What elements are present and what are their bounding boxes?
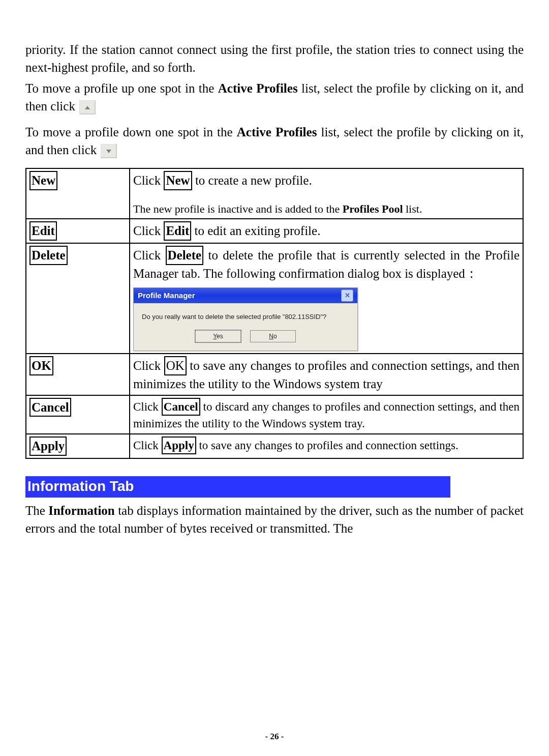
label-cancel: Cancel	[29, 398, 71, 417]
label-new: New	[29, 171, 57, 190]
section-body: The Information tab displays information…	[25, 502, 524, 537]
close-icon[interactable]: ✕	[341, 289, 353, 302]
svg-marker-1	[106, 150, 111, 153]
dialog-yes-button[interactable]: Yes	[195, 330, 241, 342]
dialog-titlebar: Profile Manager ✕	[134, 288, 357, 303]
label-delete: Delete	[29, 246, 68, 265]
label-ok: OK	[29, 356, 53, 375]
table-row: Delete Click Delete to delete the profil…	[26, 243, 523, 354]
move-down-icon[interactable]	[101, 144, 117, 158]
desc-edit: Click Edit to edit an exiting profile.	[130, 219, 523, 243]
svg-marker-0	[85, 106, 90, 109]
desc-apply: Click Apply to save any changes to profi…	[130, 434, 523, 458]
dialog-message: Do you really want to delete the selecte…	[142, 312, 349, 322]
section-heading: Information Tab	[25, 476, 450, 498]
table-row: New Click New to create a new profile. T…	[26, 168, 523, 219]
intro-text: priority. If the station cannot connect …	[25, 41, 524, 159]
label-edit: Edit	[29, 221, 57, 241]
desc-delete: Click Delete to delete the profile that …	[133, 246, 520, 282]
intro-p1: priority. If the station cannot connect …	[25, 41, 524, 76]
move-up-icon[interactable]	[79, 100, 96, 114]
table-row: Apply Click Apply to save any changes to…	[26, 434, 523, 458]
table-row: Cancel Click Cancel to discard any chang…	[26, 395, 523, 434]
buttons-table: New Click New to create a new profile. T…	[25, 168, 524, 459]
dialog-no-button[interactable]: No	[250, 330, 296, 342]
intro-p2: To move a profile up one spot in the Act…	[25, 79, 524, 115]
table-row: OK Click OK to save any changes to profi…	[26, 354, 523, 395]
desc-new: Click New to create a new profile.	[133, 171, 520, 190]
table-row: Edit Click Edit to edit an exiting profi…	[26, 219, 523, 243]
confirm-dialog: Profile Manager ✕ Do you really want to …	[133, 287, 358, 352]
desc-cancel: Click Cancel to discard any changes to p…	[130, 395, 523, 434]
dialog-title-text: Profile Manager	[138, 290, 195, 301]
intro-p3: To move a profile down one spot in the A…	[25, 123, 524, 159]
page-number: - 26 -	[0, 732, 549, 742]
desc-ok: Click OK to save any changes to profiles…	[130, 354, 523, 395]
note-new: The new profile is inactive and is added…	[133, 201, 520, 217]
label-apply: Apply	[29, 437, 67, 456]
